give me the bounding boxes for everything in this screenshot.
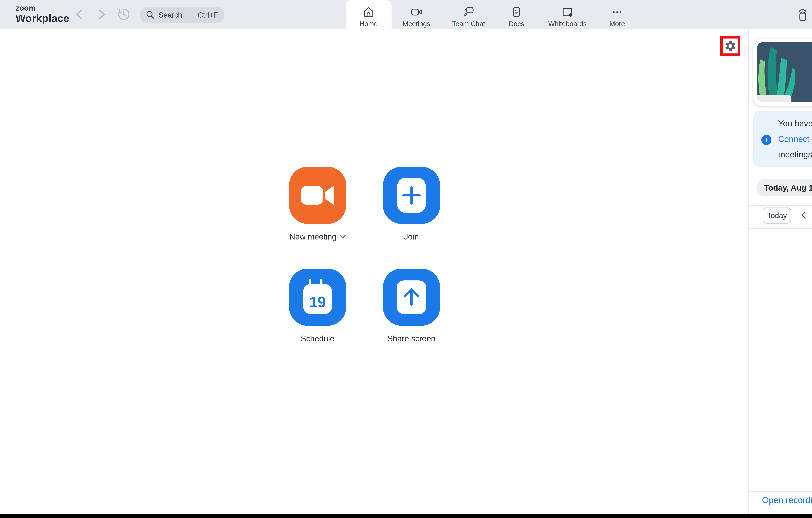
chevron-right-icon [98, 9, 106, 19]
date-selector-dropdown[interactable]: Today, Aug 17 [756, 179, 812, 196]
sidebar-divider-toolbar [749, 228, 812, 229]
join-label: Join [404, 232, 419, 241]
share-screen-label: Share screen [387, 334, 436, 343]
open-recordings-label: Open recordings [762, 495, 812, 505]
sidebar-divider-top [749, 205, 812, 206]
calendar-connect-banner: i × You haven't connected your calendar … [753, 111, 812, 167]
screen-bottom-edge [0, 514, 812, 518]
sidebar-divider-bottom [749, 491, 812, 492]
schedule-day-number: 19 [309, 294, 326, 310]
plant-illustration [757, 45, 795, 102]
logo-zoom-text: zoom [16, 4, 69, 12]
schedule-label: Schedule [301, 334, 335, 343]
search-placeholder: Search [158, 10, 182, 19]
tab-team-chat-label: Team Chat [452, 21, 485, 27]
zoom-workplace-logo: zoom Workplace [16, 4, 69, 24]
previous-day-button[interactable] [798, 208, 809, 223]
tab-more-label: More [609, 21, 625, 27]
meetings-video-icon [410, 5, 423, 19]
tab-home[interactable]: Home [346, 0, 392, 29]
action-new-meeting: New meeting [280, 167, 355, 241]
join-button[interactable] [383, 167, 440, 224]
share-screen-arrow-icon [397, 280, 427, 314]
schedule-calendar-icon: 19 [303, 279, 332, 315]
search-input[interactable]: Search Ctrl+F [140, 7, 224, 23]
chevron-left-icon [76, 9, 82, 19]
logo-workplace-text: Workplace [16, 13, 69, 24]
more-ellipsis-icon [610, 5, 624, 19]
search-shortcut: Ctrl+F [198, 10, 218, 19]
tab-team-chat[interactable]: Team Chat [441, 0, 496, 29]
back-button[interactable] [71, 6, 87, 22]
schedule-button[interactable]: 19 [289, 269, 346, 326]
chevron-left-icon [801, 211, 806, 219]
open-recordings-link[interactable]: Open recordings [762, 495, 812, 505]
annotation-highlight-box [720, 36, 740, 56]
clock-card: ••• 14:48 Sunday, August 17 [753, 38, 812, 106]
action-share-screen: Share screen [374, 269, 449, 343]
today-button[interactable]: Today [763, 207, 791, 224]
video-camera-icon [301, 185, 335, 206]
schedule-a-meeting-link[interactable]: +Schedule a meeting [753, 398, 812, 409]
connect-now-link[interactable]: Connect now [778, 134, 812, 144]
new-meeting-label: New meeting [289, 232, 337, 241]
tab-docs[interactable]: Docs [496, 0, 537, 29]
info-icon: i [761, 135, 771, 145]
tab-home-label: Home [359, 21, 378, 27]
history-clock-icon [117, 7, 130, 21]
title-bar: zoom Workplace Search Ctrl+F [0, 0, 812, 29]
date-selector-label: Today, Aug 17 [764, 183, 812, 193]
docs-icon [511, 5, 522, 19]
share-screen-button[interactable] [383, 269, 440, 326]
new-meeting-button[interactable] [289, 167, 346, 224]
zoom-workplace-window: zoom Workplace Search Ctrl+F [0, 0, 812, 518]
tab-whiteboards[interactable]: Whiteboards [537, 0, 598, 29]
home-icon [362, 5, 375, 19]
action-join: Join [374, 167, 449, 241]
team-chat-icon [462, 5, 475, 19]
main-tab-bar: Home Meetings Team Chat [346, 0, 636, 29]
tab-meetings-label: Meetings [403, 21, 430, 27]
new-meeting-dropdown-chevron-icon[interactable] [340, 235, 346, 239]
tab-meetings[interactable]: Meetings [392, 0, 441, 29]
forward-button[interactable] [94, 6, 110, 22]
sidebar-left-divider [748, 29, 749, 514]
history-button[interactable] [116, 6, 132, 22]
search-icon [146, 10, 155, 19]
whiteboards-icon [560, 5, 574, 19]
connect-to-device-button[interactable] [794, 0, 811, 29]
banner-line3: meetings and events in one place. [778, 149, 812, 159]
join-plus-icon [397, 178, 426, 213]
tab-whiteboards-label: Whiteboards [548, 21, 587, 27]
connect-device-icon [796, 8, 809, 22]
settings-gear-icon[interactable] [724, 40, 737, 52]
action-schedule: 19 Schedule [280, 269, 355, 343]
banner-line1: You haven't connected your calendar yet. [778, 118, 812, 128]
tab-docs-label: Docs [509, 21, 524, 27]
empty-state-message: No meetings scheduled. [753, 382, 812, 392]
tab-more[interactable]: More [598, 0, 636, 29]
